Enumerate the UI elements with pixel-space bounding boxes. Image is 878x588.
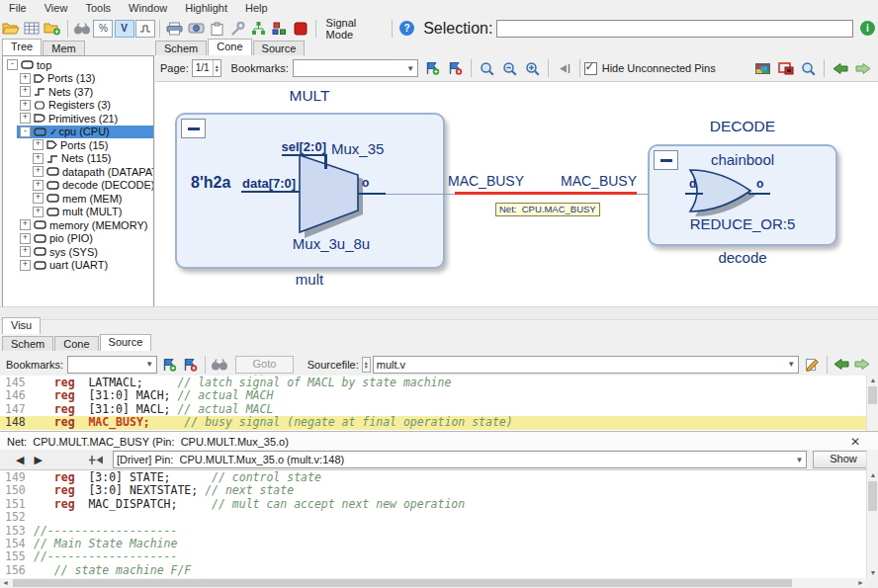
gate-output-pin-label[interactable]: o xyxy=(756,177,763,191)
data-pin-value[interactable]: 8'h2a xyxy=(191,174,230,192)
gate-output-stub[interactable] xyxy=(748,193,770,195)
nav-back-icon[interactable] xyxy=(829,58,851,78)
code-line-152[interactable]: 152 xyxy=(0,511,866,524)
sourcefile-spinner[interactable]: ▲▼ xyxy=(362,357,371,373)
vertical-scrollbar-thumb[interactable] xyxy=(868,481,877,511)
code-line-151[interactable]: 151 reg MAC_DISPATCH; // mult can accept… xyxy=(0,498,866,511)
code-line-153[interactable]: 153//------------------- xyxy=(0,525,866,538)
menu-window[interactable]: Window xyxy=(120,2,176,14)
bookmarks-combo[interactable]: ▼ xyxy=(293,59,418,77)
menu-file[interactable]: File xyxy=(0,2,36,14)
tree-item-uart[interactable]: +uart (UART) xyxy=(3,259,153,273)
help-icon[interactable]: ? xyxy=(396,19,417,39)
menu-tools[interactable]: Tools xyxy=(76,2,120,14)
scroll-up-icon[interactable]: ▲ xyxy=(867,376,878,385)
expand-expander-icon[interactable]: + xyxy=(33,153,44,164)
data-pin-wire[interactable] xyxy=(241,191,300,193)
show-button[interactable]: Show xyxy=(813,451,874,468)
search-binoculars-icon[interactable] xyxy=(210,355,230,375)
edit-source-icon[interactable] xyxy=(803,355,824,375)
percent-mode-icon[interactable]: % xyxy=(93,19,114,39)
report-clipboard-icon[interactable] xyxy=(207,19,227,39)
zoom-out-icon[interactable] xyxy=(498,58,521,78)
expand-expander-icon[interactable]: + xyxy=(20,233,31,244)
hide-unconnected-pins-checkbox[interactable] xyxy=(584,62,597,75)
mux-type-label[interactable]: Mux_3u_8u xyxy=(272,235,391,252)
vertical-scrollbar-bottom[interactable]: ▲ ▼ xyxy=(866,450,878,578)
scroll-right-icon[interactable]: ► xyxy=(855,578,866,588)
tree-item-cpu[interactable]: -✓cpu (CPU) xyxy=(3,126,153,139)
tab-tree[interactable]: Tree xyxy=(2,39,42,55)
sel-pin-label[interactable]: sel[2:0] xyxy=(254,139,326,154)
print-icon[interactable] xyxy=(164,19,185,39)
tree-item-mem[interactable]: +mem (MEM) xyxy=(3,192,153,206)
mult-module-title[interactable]: MULT xyxy=(250,87,369,105)
selection-input[interactable] xyxy=(496,20,852,38)
stop-icon[interactable] xyxy=(290,19,310,39)
collapse-mult-button[interactable] xyxy=(181,119,206,138)
net-name-label-right[interactable]: MAC_BUSY xyxy=(561,173,637,189)
highlighted-net-wire[interactable] xyxy=(455,192,637,195)
horizontal-scrollbar[interactable]: ◄ ► xyxy=(0,578,866,588)
open-folder-icon[interactable] xyxy=(0,19,21,39)
tree-item-primitives[interactable]: +Primitives (21) xyxy=(3,112,153,126)
bookmark-add-icon[interactable] xyxy=(421,58,444,78)
expand-expander-icon[interactable]: + xyxy=(33,193,44,204)
menu-highlight[interactable]: Highlight xyxy=(176,2,236,14)
schematic-canvas[interactable]: MULT sel[2:0] Mux_35 8'h2a data[7:0] o M… xyxy=(155,82,878,306)
tab-schem[interactable]: Schem xyxy=(2,336,53,351)
verilog-mode-icon[interactable]: V xyxy=(114,19,134,39)
data-pin-label[interactable]: data[7:0] xyxy=(242,176,296,191)
prev-connection-icon[interactable]: ◀ xyxy=(16,454,24,466)
horizontal-scrollbar-thumb[interactable] xyxy=(13,579,792,587)
signal-mode-button[interactable]: Signal Mode xyxy=(320,17,388,41)
hierarchy-tree-icon[interactable] xyxy=(248,19,269,39)
scroll-up-icon[interactable]: ▲ xyxy=(867,470,878,480)
net-name-label-left[interactable]: MAC_BUSY xyxy=(448,173,524,189)
scroll-down-icon[interactable]: ▼ xyxy=(867,568,878,578)
waveform-mode-icon[interactable] xyxy=(134,19,155,39)
new-folder-icon[interactable] xyxy=(42,19,62,39)
nav-back-icon[interactable] xyxy=(832,355,852,375)
source-code-view-top[interactable]: 145 reg LATMACL; // latch signal of MACL… xyxy=(0,376,866,432)
tree-item-datapath[interactable]: +datapath (DATAPATH) xyxy=(3,165,153,179)
tab-cone[interactable]: Cone xyxy=(54,336,98,351)
scroll-left-icon[interactable]: ◄ xyxy=(0,578,11,588)
instance-blocks-icon[interactable] xyxy=(269,19,290,39)
design-hierarchy-tree[interactable]: -top+Ports (13)+Nets (37)+Registers (3)+… xyxy=(2,55,154,308)
search-binoculars-icon[interactable] xyxy=(72,19,93,39)
bookmark-add-icon[interactable] xyxy=(160,355,181,375)
code-line-146[interactable]: 146 reg [31:0] MACH; // actual MACH xyxy=(0,389,866,402)
tree-item-decode[interactable]: +decode (DECODE) xyxy=(3,179,153,193)
code-line-149[interactable]: 149 reg [3:0] STATE; // control state xyxy=(0,471,866,484)
menu-view[interactable]: View xyxy=(36,2,77,14)
sel-pin-stub[interactable] xyxy=(324,154,327,169)
tree-item-memory[interactable]: +memory (MEMORY) xyxy=(3,218,153,232)
expand-expander-icon[interactable]: + xyxy=(20,73,31,84)
code-line-148[interactable]: 148 reg MAC_BUSY; // busy signal (negate… xyxy=(0,416,866,429)
snapshot-icon[interactable] xyxy=(185,19,206,39)
zoom-area-icon[interactable] xyxy=(797,58,820,78)
tab-visu[interactable]: Visu xyxy=(2,317,41,334)
mult-instance-label[interactable]: mult xyxy=(250,271,369,288)
nav-forward-icon[interactable] xyxy=(851,58,874,78)
source-bookmarks-combo[interactable]: ▼ xyxy=(67,356,157,374)
code-line-155[interactable]: 155//------------------- xyxy=(0,550,866,563)
code-line-150[interactable]: 150 reg [3:0] NEXTSTATE; // next state xyxy=(0,484,866,497)
bookmark-delete-icon[interactable] xyxy=(180,355,201,375)
gate-input-pin-label[interactable]: d xyxy=(689,177,696,191)
collapse-expander-icon[interactable]: - xyxy=(7,59,18,70)
tree-item-registers[interactable]: +Registers (3) xyxy=(3,99,153,113)
expand-expander-icon[interactable]: + xyxy=(33,166,44,177)
netlist-table-icon[interactable] xyxy=(21,19,42,39)
nav-forward-icon[interactable] xyxy=(852,355,873,375)
code-line-145[interactable]: 145 reg LATMACL; // latch signal of MACL… xyxy=(0,377,866,389)
tree-item-top[interactable]: -top xyxy=(3,58,153,72)
driver-pin-combo[interactable]: [Driver] Pin: CPU.MULT.Mux_35.o (mult.v:… xyxy=(113,451,807,468)
sourcefile-combo[interactable]: mult.v▼ xyxy=(373,356,799,374)
mux-symbol[interactable] xyxy=(298,153,369,242)
fit-view-icon[interactable] xyxy=(553,58,575,78)
net-wire-segment[interactable] xyxy=(386,194,455,195)
mux-instance-name[interactable]: Mux_35 xyxy=(331,140,384,157)
decode-module-title[interactable]: DECODE xyxy=(683,118,802,135)
